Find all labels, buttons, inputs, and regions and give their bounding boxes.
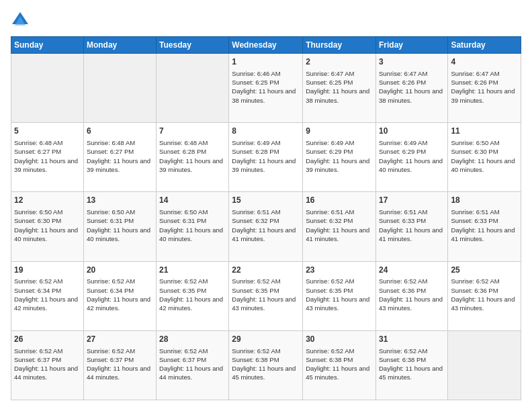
- day-info: Sunrise: 6:52 AM Sunset: 6:36 PM Dayligh…: [451, 277, 518, 312]
- weekday-header-wednesday: Wednesday: [229, 37, 303, 54]
- weekday-header-sunday: Sunday: [11, 37, 84, 54]
- week-row-1: 1Sunrise: 6:46 AM Sunset: 6:25 PM Daylig…: [11, 54, 521, 123]
- day-info: Sunrise: 6:52 AM Sunset: 6:35 PM Dayligh…: [159, 277, 226, 312]
- day-number: 22: [232, 265, 300, 276]
- calendar-cell: 9Sunrise: 6:49 AM Sunset: 6:29 PM Daylig…: [303, 123, 376, 192]
- calendar-cell: 23Sunrise: 6:52 AM Sunset: 6:35 PM Dayli…: [303, 261, 376, 330]
- calendar-cell: 6Sunrise: 6:48 AM Sunset: 6:27 PM Daylig…: [83, 123, 156, 192]
- calendar-cell: 21Sunrise: 6:52 AM Sunset: 6:35 PM Dayli…: [157, 261, 229, 330]
- calendar-cell: 19Sunrise: 6:52 AM Sunset: 6:34 PM Dayli…: [11, 261, 84, 330]
- calendar-cell: 28Sunrise: 6:52 AM Sunset: 6:37 PM Dayli…: [157, 330, 229, 400]
- day-number: 14: [159, 195, 226, 206]
- day-info: Sunrise: 6:50 AM Sunset: 6:30 PM Dayligh…: [451, 138, 518, 174]
- week-row-4: 19Sunrise: 6:52 AM Sunset: 6:34 PM Dayli…: [11, 261, 521, 330]
- day-number: 5: [14, 126, 81, 137]
- calendar-cell: 18Sunrise: 6:51 AM Sunset: 6:33 PM Dayli…: [448, 192, 521, 261]
- day-number: 4: [451, 56, 518, 68]
- calendar-cell: 4Sunrise: 6:47 AM Sunset: 6:26 PM Daylig…: [448, 54, 521, 123]
- day-number: 21: [159, 265, 226, 276]
- day-info: Sunrise: 6:51 AM Sunset: 6:33 PM Dayligh…: [379, 208, 445, 243]
- logo: [11, 11, 32, 30]
- calendar-cell: 12Sunrise: 6:50 AM Sunset: 6:30 PM Dayli…: [11, 192, 84, 261]
- page: SundayMondayTuesdayWednesdayThursdayFrid…: [0, 0, 532, 411]
- weekday-header-monday: Monday: [83, 37, 156, 54]
- day-number: 13: [87, 195, 153, 206]
- calendar-cell: 31Sunrise: 6:52 AM Sunset: 6:38 PM Dayli…: [375, 330, 447, 400]
- day-info: Sunrise: 6:52 AM Sunset: 6:38 PM Dayligh…: [232, 347, 300, 382]
- week-row-2: 5Sunrise: 6:48 AM Sunset: 6:27 PM Daylig…: [11, 123, 521, 192]
- day-number: 7: [159, 126, 226, 137]
- day-info: Sunrise: 6:50 AM Sunset: 6:31 PM Dayligh…: [87, 208, 153, 243]
- day-number: 20: [87, 265, 153, 276]
- day-number: 26: [14, 334, 81, 345]
- calendar-cell: 11Sunrise: 6:50 AM Sunset: 6:30 PM Dayli…: [448, 123, 521, 192]
- calendar-cell: 5Sunrise: 6:48 AM Sunset: 6:27 PM Daylig…: [11, 123, 84, 192]
- calendar-cell: [83, 54, 156, 123]
- day-number: 8: [232, 126, 300, 137]
- day-number: 2: [306, 56, 373, 68]
- day-info: Sunrise: 6:52 AM Sunset: 6:34 PM Dayligh…: [87, 277, 153, 312]
- day-info: Sunrise: 6:51 AM Sunset: 6:32 PM Dayligh…: [232, 208, 300, 243]
- calendar-cell: 17Sunrise: 6:51 AM Sunset: 6:33 PM Dayli…: [375, 192, 447, 261]
- day-info: Sunrise: 6:52 AM Sunset: 6:34 PM Dayligh…: [14, 277, 81, 312]
- calendar: SundayMondayTuesdayWednesdayThursdayFrid…: [11, 36, 521, 400]
- weekday-header-thursday: Thursday: [303, 37, 376, 54]
- weekday-header-friday: Friday: [375, 37, 447, 54]
- day-info: Sunrise: 6:52 AM Sunset: 6:35 PM Dayligh…: [232, 277, 300, 312]
- calendar-cell: 2Sunrise: 6:47 AM Sunset: 6:25 PM Daylig…: [303, 54, 376, 123]
- day-number: 28: [159, 334, 226, 345]
- calendar-cell: 24Sunrise: 6:52 AM Sunset: 6:36 PM Dayli…: [375, 261, 447, 330]
- day-info: Sunrise: 6:49 AM Sunset: 6:29 PM Dayligh…: [306, 138, 373, 174]
- calendar-cell: 16Sunrise: 6:51 AM Sunset: 6:32 PM Dayli…: [303, 192, 376, 261]
- calendar-cell: 26Sunrise: 6:52 AM Sunset: 6:37 PM Dayli…: [11, 330, 84, 400]
- day-info: Sunrise: 6:47 AM Sunset: 6:25 PM Dayligh…: [306, 69, 373, 105]
- day-number: 12: [14, 195, 81, 206]
- day-number: 17: [379, 195, 445, 206]
- weekday-header-tuesday: Tuesday: [157, 37, 229, 54]
- day-info: Sunrise: 6:48 AM Sunset: 6:28 PM Dayligh…: [159, 138, 226, 174]
- calendar-cell: 20Sunrise: 6:52 AM Sunset: 6:34 PM Dayli…: [83, 261, 156, 330]
- calendar-cell: 15Sunrise: 6:51 AM Sunset: 6:32 PM Dayli…: [229, 192, 303, 261]
- day-number: 10: [379, 126, 445, 137]
- day-info: Sunrise: 6:47 AM Sunset: 6:26 PM Dayligh…: [451, 69, 518, 105]
- day-number: 6: [87, 126, 153, 137]
- day-number: 30: [306, 334, 373, 345]
- day-info: Sunrise: 6:46 AM Sunset: 6:25 PM Dayligh…: [232, 69, 300, 105]
- day-info: Sunrise: 6:49 AM Sunset: 6:28 PM Dayligh…: [232, 138, 300, 174]
- header: [11, 11, 521, 30]
- day-number: 27: [87, 334, 153, 345]
- day-number: 1: [232, 56, 300, 68]
- calendar-cell: 27Sunrise: 6:52 AM Sunset: 6:37 PM Dayli…: [83, 330, 156, 400]
- day-info: Sunrise: 6:52 AM Sunset: 6:37 PM Dayligh…: [87, 347, 153, 382]
- day-number: 25: [451, 265, 518, 276]
- calendar-cell: 30Sunrise: 6:52 AM Sunset: 6:38 PM Dayli…: [303, 330, 376, 400]
- logo-icon: [11, 11, 30, 30]
- weekday-header-row: SundayMondayTuesdayWednesdayThursdayFrid…: [11, 37, 521, 54]
- day-number: 3: [379, 56, 445, 68]
- calendar-cell: [448, 330, 521, 400]
- day-info: Sunrise: 6:48 AM Sunset: 6:27 PM Dayligh…: [87, 138, 153, 174]
- calendar-cell: 7Sunrise: 6:48 AM Sunset: 6:28 PM Daylig…: [157, 123, 229, 192]
- day-info: Sunrise: 6:52 AM Sunset: 6:37 PM Dayligh…: [14, 347, 81, 382]
- calendar-cell: 29Sunrise: 6:52 AM Sunset: 6:38 PM Dayli…: [229, 330, 303, 400]
- day-info: Sunrise: 6:52 AM Sunset: 6:38 PM Dayligh…: [379, 347, 445, 382]
- day-number: 23: [306, 265, 373, 276]
- day-info: Sunrise: 6:50 AM Sunset: 6:30 PM Dayligh…: [14, 208, 81, 243]
- day-info: Sunrise: 6:52 AM Sunset: 6:35 PM Dayligh…: [306, 277, 373, 312]
- calendar-cell: 22Sunrise: 6:52 AM Sunset: 6:35 PM Dayli…: [229, 261, 303, 330]
- day-info: Sunrise: 6:51 AM Sunset: 6:33 PM Dayligh…: [451, 208, 518, 243]
- day-info: Sunrise: 6:48 AM Sunset: 6:27 PM Dayligh…: [14, 138, 81, 174]
- day-number: 29: [232, 334, 300, 345]
- week-row-5: 26Sunrise: 6:52 AM Sunset: 6:37 PM Dayli…: [11, 330, 521, 400]
- calendar-cell: 13Sunrise: 6:50 AM Sunset: 6:31 PM Dayli…: [83, 192, 156, 261]
- day-number: 11: [451, 126, 518, 137]
- calendar-cell: [11, 54, 84, 123]
- day-number: 18: [451, 195, 518, 206]
- day-info: Sunrise: 6:52 AM Sunset: 6:36 PM Dayligh…: [379, 277, 445, 312]
- calendar-cell: 8Sunrise: 6:49 AM Sunset: 6:28 PM Daylig…: [229, 123, 303, 192]
- day-number: 9: [306, 126, 373, 137]
- day-info: Sunrise: 6:49 AM Sunset: 6:29 PM Dayligh…: [379, 138, 445, 174]
- calendar-cell: 25Sunrise: 6:52 AM Sunset: 6:36 PM Dayli…: [448, 261, 521, 330]
- day-number: 16: [306, 195, 373, 206]
- week-row-3: 12Sunrise: 6:50 AM Sunset: 6:30 PM Dayli…: [11, 192, 521, 261]
